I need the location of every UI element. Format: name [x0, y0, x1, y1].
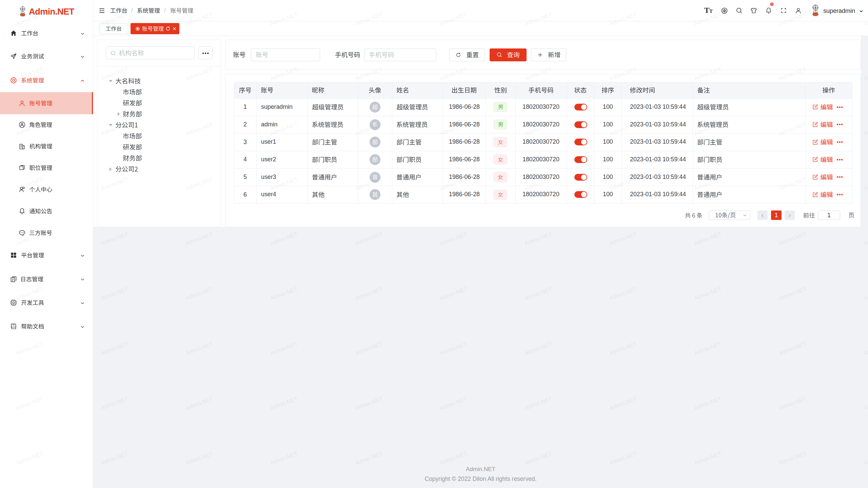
svg-text:T: T — [704, 6, 709, 15]
svg-text:T: T — [709, 8, 713, 14]
